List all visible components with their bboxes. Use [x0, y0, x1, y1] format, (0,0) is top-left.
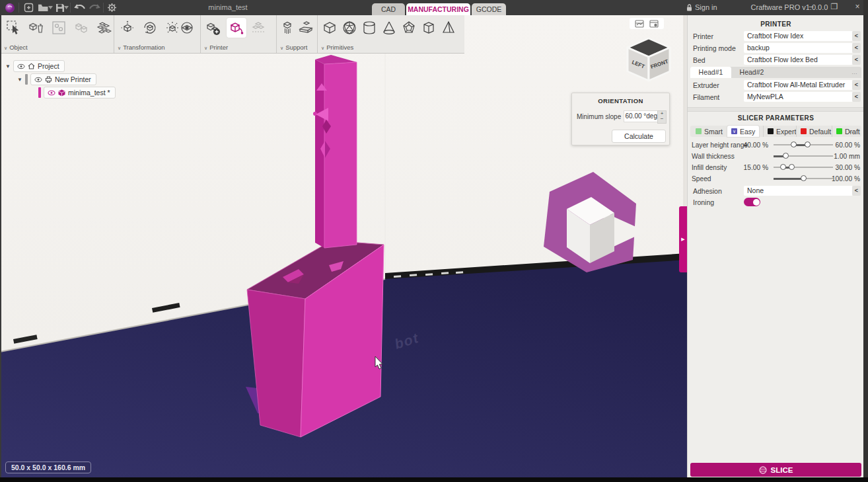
printer-select[interactable]: Craftbot Flow Idex [744, 31, 853, 41]
tab-head2[interactable]: Head#2 [731, 67, 772, 78]
transform-origin-icon[interactable] [177, 18, 197, 38]
adhesion-label: Adhesion [693, 187, 722, 195]
window-edge [0, 0, 1, 482]
tree-row-model[interactable]: minima_test * [38, 87, 116, 99]
primitive-cone-icon[interactable] [379, 18, 399, 38]
preset-label: Smart [704, 128, 723, 136]
group-caret-icon[interactable]: ∨ [4, 46, 7, 50]
tab-head1[interactable]: Head#1 [690, 67, 731, 78]
preset-easy[interactable]: ∨ Easy [727, 126, 759, 137]
calculate-button[interactable]: Calculate [612, 130, 666, 143]
primitive-pyramid-icon[interactable] [439, 18, 458, 38]
align-objects-icon[interactable] [49, 18, 69, 38]
lock-icon [686, 2, 692, 13]
minimize-button[interactable]: – [805, 2, 818, 11]
divider [18, 3, 19, 13]
primitive-sphere-icon[interactable] [340, 18, 359, 38]
array-objects-icon[interactable] [94, 18, 114, 38]
move-tool-icon[interactable] [118, 18, 137, 38]
close-button[interactable]: × [851, 2, 864, 11]
add-to-printer-icon[interactable] [204, 18, 224, 38]
group-caret-icon[interactable]: ∨ [204, 46, 207, 50]
toolbar-group-label: Primitives [326, 44, 353, 51]
slice-button[interactable]: SLICE [690, 463, 861, 477]
tree-label-printer[interactable]: New Printer [55, 75, 91, 83]
minimum-slope-input[interactable]: 60.00 °deg [624, 110, 660, 122]
bed-select-chevron[interactable]: < [852, 55, 861, 65]
tab-cad[interactable]: CAD [372, 3, 405, 15]
preset-smart[interactable]: Smart [692, 126, 727, 137]
section-divider [688, 107, 864, 112]
param-label: Infill density [692, 164, 727, 171]
camera-settings-icon[interactable] [649, 20, 659, 28]
tree-row-project[interactable]: ▼ Project [5, 60, 65, 72]
adhesion-select-chevron[interactable]: < [852, 186, 861, 196]
primitive-cube-icon[interactable] [320, 18, 340, 38]
divider [70, 3, 71, 13]
filament-label: Filament [693, 93, 719, 101]
delete-object-icon[interactable] [26, 18, 46, 38]
param-left-value: 40.00 % [737, 141, 768, 149]
head-tabs-bar: Head#1 Head#2 … [690, 67, 861, 78]
ironing-toggle[interactable] [744, 198, 760, 206]
toolbar-group-label: Support [285, 44, 307, 51]
printing-mode-select[interactable]: backup [744, 43, 853, 53]
toolbar-group-transformation: ∨Transformation [114, 15, 201, 53]
support-bed-icon[interactable] [296, 18, 316, 38]
head-tabs-more[interactable]: … [851, 67, 857, 78]
group-caret-icon[interactable]: ∨ [321, 46, 324, 50]
preset-smart-swatch [696, 128, 702, 134]
adhesion-select[interactable]: None [744, 186, 853, 196]
printing-mode-chevron[interactable]: < [852, 43, 861, 53]
primitive-dodecahedron-icon[interactable] [399, 18, 419, 38]
tree-expand-icon[interactable]: ▼ [17, 77, 22, 83]
arrange-on-printer-icon[interactable] [249, 18, 269, 38]
extruder-select-chevron[interactable]: < [852, 80, 861, 90]
preset-expert[interactable]: Expert [763, 126, 800, 137]
filament-select[interactable]: MyNewPLA [744, 92, 853, 102]
printer-select-chevron[interactable]: < [852, 31, 861, 41]
bed-select[interactable]: Craftbot Flow Idex Bed [744, 55, 853, 65]
primitive-prism-icon[interactable] [419, 18, 439, 38]
select-tool-icon[interactable] [4, 18, 24, 38]
save-dropdown-caret[interactable] [63, 2, 69, 13]
settings-gear-icon[interactable] [106, 2, 118, 13]
viewport-3d[interactable]: bot [0, 15, 687, 477]
tab-manufacturing[interactable]: MANUFACTURING [406, 3, 470, 15]
group-caret-icon[interactable]: ∨ [280, 46, 283, 50]
navigation-cube[interactable]: LEFT FRONT [622, 33, 675, 86]
visibility-eye-icon[interactable] [48, 90, 55, 96]
preset-default[interactable]: Default [796, 126, 835, 137]
tree-label-model[interactable]: minima_test * [68, 89, 110, 97]
window-edge[interactable] [863, 0, 868, 482]
group-caret-icon[interactable]: ∨ [118, 46, 121, 50]
new-project-icon[interactable] [22, 2, 34, 13]
preset-tabs-more[interactable]: ••• [850, 126, 857, 138]
undo-icon[interactable] [73, 2, 87, 13]
toolbar-group-support: ∨Support [276, 15, 318, 53]
maximize-button[interactable]: ❐ [828, 2, 841, 11]
tree-label-project[interactable]: Project [38, 62, 59, 70]
primitive-cylinder-icon[interactable] [359, 18, 379, 38]
preset-label: Default [809, 128, 831, 136]
visibility-eye-icon[interactable] [17, 63, 25, 69]
slope-spin-down[interactable]: − [658, 116, 666, 122]
clone-object-icon[interactable] [71, 18, 91, 38]
tree-row-printer[interactable]: ▼ New Printer [17, 73, 96, 85]
preset-draft[interactable]: Draft [832, 126, 864, 137]
move-to-printer-icon[interactable] [227, 18, 246, 38]
visibility-eye-icon[interactable] [34, 77, 42, 83]
home-icon [28, 63, 35, 69]
panel-collapse-handle[interactable]: ▶ [679, 206, 687, 272]
tab-gcode[interactable]: GCODE [472, 3, 506, 15]
redo-icon[interactable] [87, 2, 101, 13]
filament-select-chevron[interactable]: < [852, 92, 861, 102]
open-dropdown-caret[interactable] [48, 2, 53, 13]
tree-expand-icon[interactable]: ▼ [5, 63, 11, 69]
rotate-tool-icon[interactable] [140, 18, 160, 38]
bed-view-icon[interactable] [635, 20, 644, 28]
support-tool-icon[interactable] [277, 18, 297, 38]
tree-color-bar [38, 87, 41, 98]
sign-in-link[interactable]: Sign in [695, 3, 717, 11]
extruder-select[interactable]: Craftbot Flow All-Metal Extruder [744, 80, 853, 90]
